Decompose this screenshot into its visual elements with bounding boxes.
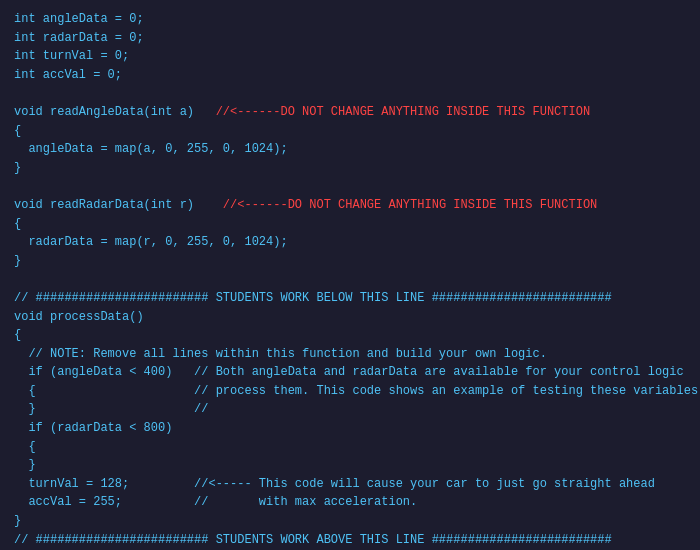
code-text: //<------DO NOT CHANGE ANYTHING INSIDE T… <box>223 198 597 212</box>
code-line: } <box>14 512 686 531</box>
code-text: // NOTE: Remove all lines within this fu… <box>14 347 547 361</box>
code-text: radarData = map(r, 0, 255, 0, 1024); <box>14 235 288 249</box>
code-line: if (angleData < 400) // Both angleData a… <box>14 363 686 382</box>
code-line <box>14 177 686 196</box>
code-text: { <box>14 440 36 454</box>
code-line: void readRadarData(int r) //<------DO NO… <box>14 196 686 215</box>
code-text: { <box>14 124 21 138</box>
code-text: if (angleData < 400) // Both angleData a… <box>14 365 684 379</box>
code-line: int accVal = 0; <box>14 66 686 85</box>
code-line: turnVal = 128; //<----- This code will c… <box>14 475 686 494</box>
code-text: accVal = 255; // with max acceleration. <box>14 495 417 509</box>
code-text: int turnVal = 0; <box>14 49 129 63</box>
code-text: //<------DO NOT CHANGE ANYTHING INSIDE T… <box>216 105 590 119</box>
code-line: } <box>14 159 686 178</box>
code-text: int accVal = 0; <box>14 68 122 82</box>
code-line: int radarData = 0; <box>14 29 686 48</box>
code-text: angleData = map(a, 0, 255, 0, 1024); <box>14 142 288 156</box>
code-text: void readRadarData(int r) <box>14 198 223 212</box>
code-line: angleData = map(a, 0, 255, 0, 1024); <box>14 140 686 159</box>
code-line: int turnVal = 0; <box>14 47 686 66</box>
code-text: void processData() <box>14 310 144 324</box>
code-text: int radarData = 0; <box>14 31 144 45</box>
code-text: { <box>14 217 21 231</box>
code-line: int angleData = 0; <box>14 10 686 29</box>
code-line: } <box>14 456 686 475</box>
code-line: { <box>14 326 686 345</box>
code-line: } <box>14 252 686 271</box>
code-line: { // process them. This code shows an ex… <box>14 382 686 401</box>
code-text: { // process them. This code shows an ex… <box>14 384 700 398</box>
code-line <box>14 270 686 289</box>
code-text: // ######################## STUDENTS WOR… <box>14 291 612 305</box>
code-text: if (radarData < 800) <box>14 421 172 435</box>
code-line: { <box>14 215 686 234</box>
code-line: void readAngleData(int a) //<------DO NO… <box>14 103 686 122</box>
code-text: // ######################## STUDENTS WOR… <box>14 533 612 547</box>
code-editor: int angleData = 0;int radarData = 0;int … <box>0 0 700 550</box>
code-line: accVal = 255; // with max acceleration. <box>14 493 686 512</box>
code-line: // ######################## STUDENTS WOR… <box>14 531 686 550</box>
code-line: { <box>14 438 686 457</box>
code-line: // ######################## STUDENTS WOR… <box>14 289 686 308</box>
code-line: if (radarData < 800) <box>14 419 686 438</box>
code-line: // NOTE: Remove all lines within this fu… <box>14 345 686 364</box>
code-text: } <box>14 458 36 472</box>
code-text: } <box>14 514 21 528</box>
code-text: } // <box>14 402 208 416</box>
code-line: radarData = map(r, 0, 255, 0, 1024); <box>14 233 686 252</box>
code-text: } <box>14 254 21 268</box>
code-text: void readAngleData(int a) <box>14 105 216 119</box>
code-text: { <box>14 328 21 342</box>
code-line: void processData() <box>14 308 686 327</box>
code-text: turnVal = 128; //<----- This code will c… <box>14 477 655 491</box>
code-text: int angleData = 0; <box>14 12 144 26</box>
code-text: } <box>14 161 21 175</box>
code-line: { <box>14 122 686 141</box>
code-line: } // <box>14 400 686 419</box>
code-line <box>14 84 686 103</box>
